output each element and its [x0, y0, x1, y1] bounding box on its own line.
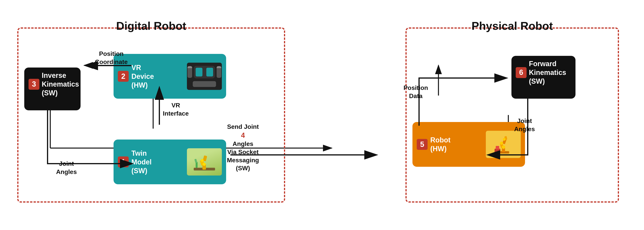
vr-interface-label: VR Interface [163, 101, 189, 118]
physical-section-title: Physical Robot [472, 19, 553, 32]
forward-kinematics-node: 6 ForwardKinematics(SW) [512, 56, 576, 99]
digital-section-title: Digital Robot [116, 19, 186, 32]
diagram: Digital Robot 3 InverseKinematics(SW) 2 … [12, 8, 632, 222]
joint-angles-right-label: Joint Angles [514, 117, 535, 133]
send-joint-angles-label: Send Joint4AnglesVia SocketMessaging(SW) [227, 123, 259, 172]
vr-device-image [187, 63, 222, 90]
vr-device-label: VRDevice(HW) [132, 63, 154, 89]
position-coordinate-label: Position Coordinate [95, 50, 128, 66]
robot-label: Robot(HW) [430, 136, 450, 153]
inverse-kinematics-label: InverseKinematics(SW) [42, 71, 79, 97]
vr-device-node: 2 VRDevice(HW) [114, 54, 226, 99]
svg-point-23 [502, 145, 505, 149]
physical-section: Physical Robot 5 Robot(HW) [406, 28, 619, 202]
node-badge-6: 6 [516, 67, 526, 78]
svg-rect-17 [194, 159, 198, 163]
robot-image [486, 131, 521, 158]
forward-kinematics-label: ForwardKinematics(SW) [529, 59, 566, 86]
node-badge-2: 2 [118, 71, 129, 82]
node-badge-1: 1 [118, 156, 129, 167]
svg-point-14 [203, 163, 206, 166]
node-badge-5: 5 [417, 139, 428, 150]
twin-model-label: TwinModel(SW) [132, 149, 152, 175]
robot-node: 5 Robot(HW) [412, 122, 525, 167]
svg-point-25 [503, 138, 506, 141]
joint-angles-left-label: Joint Angles [56, 160, 77, 176]
digital-section: Digital Robot 3 InverseKinematics(SW) 2 … [17, 28, 285, 202]
svg-point-15 [201, 159, 204, 162]
twin-model-node: 1 TwinModel(SW) [114, 140, 226, 184]
svg-point-24 [500, 142, 503, 145]
svg-rect-27 [496, 146, 499, 149]
node-badge-3: 3 [28, 79, 40, 90]
position-data-label: Position Data [404, 84, 428, 100]
inverse-kinematics-node: 3 InverseKinematics(SW) [24, 67, 80, 110]
twin-model-image [187, 148, 222, 176]
